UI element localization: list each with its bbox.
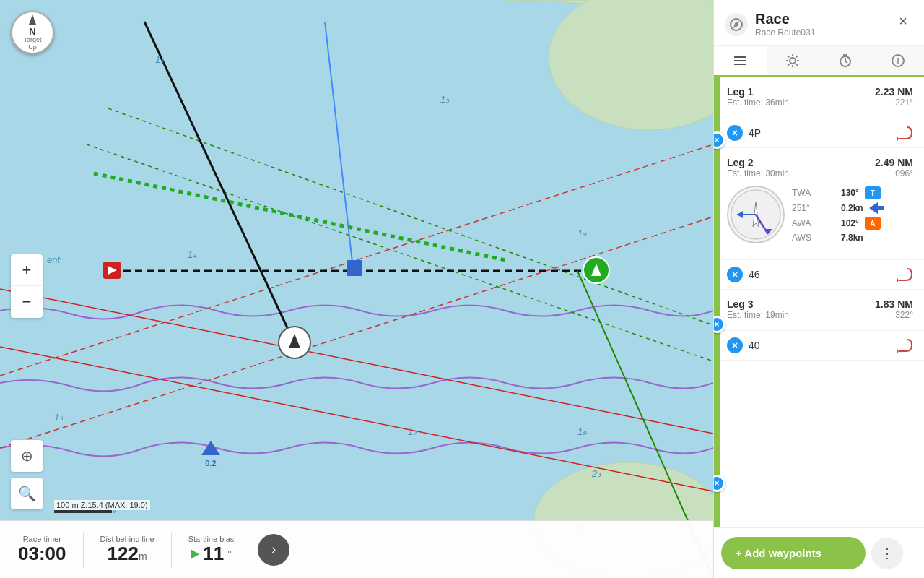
svg-line-9 <box>94 173 505 260</box>
svg-marker-20 <box>201 441 220 455</box>
waypoint-46: × 46 <box>720 260 924 290</box>
map-view[interactable]: ▶ 0.2 1₁ 1₅ 1₄ 1₅ 1₉ 1₉ 1₉ 2₃ 8 1₇ ent N… <box>0 0 713 578</box>
svg-rect-23 <box>734 56 746 58</box>
more-options-button[interactable]: ⋮ <box>871 538 903 569</box>
awa-row: AWA 102° A <box>792 217 884 230</box>
dist-unit: m <box>139 551 147 562</box>
leg-2-dist: 2.49 NM 096° <box>875 157 913 178</box>
side-panel: Race Race Route031 × <box>713 0 924 578</box>
depth-6: 1₉ <box>578 426 586 437</box>
svg-line-4 <box>108 108 713 325</box>
svg-line-10 <box>0 347 713 491</box>
depth-5: 1₉ <box>578 228 586 238</box>
scale-line <box>54 510 112 513</box>
panel-title-text: Race Race Route031 <box>755 11 815 38</box>
tab-settings[interactable] <box>767 46 819 77</box>
timer-tab-icon <box>837 53 853 69</box>
compass-arrow <box>29 14 36 25</box>
svg-point-18 <box>279 327 310 358</box>
panel-subtitle: Race Route031 <box>755 27 815 38</box>
race-timer-stat: Race timer 03:00 <box>7 535 77 564</box>
divider-2 <box>171 532 172 568</box>
svg-line-2 <box>0 144 713 376</box>
svg-line-11 <box>0 289 713 434</box>
wind-rose <box>727 186 785 243</box>
svg-point-26 <box>790 58 796 64</box>
svg-marker-17 <box>591 264 601 276</box>
svg-marker-33 <box>897 137 899 141</box>
compass-target-label: TargetUp <box>23 37 41 51</box>
compass: N TargetUp <box>11 11 54 54</box>
divider-1 <box>83 532 84 568</box>
wind-rose-container: TWA 130° T 251° 0.2kn <box>727 186 913 243</box>
panel-tabs: i <box>714 46 924 77</box>
svg-text:▶: ▶ <box>108 264 117 275</box>
wind-stats: TWA 130° T 251° 0.2kn <box>792 186 884 243</box>
settings-tab-icon <box>785 53 801 69</box>
wp-remove-40-button[interactable]: × <box>727 337 743 353</box>
startline-stat: Startline bias 11 ° <box>178 535 245 564</box>
heading-speed: 0.2kn <box>841 203 863 213</box>
zoom-out-button[interactable]: − <box>11 286 43 318</box>
leg-1-entry: Leg 1 Est. time: 36min 2.23 NM 221° <box>720 77 924 118</box>
awa-label: AWA <box>792 218 835 228</box>
leg-3-dist: 1.83 NM 322° <box>875 298 913 320</box>
search-button[interactable]: 🔍 <box>11 478 43 509</box>
next-button[interactable]: › <box>258 534 289 566</box>
svg-line-3 <box>0 217 713 448</box>
wp-rounding-4p-icon <box>893 124 913 142</box>
svg-text:i: i <box>897 56 899 65</box>
panel-footer: + Add waypoints ⋮ <box>714 527 924 578</box>
leg-1-name: Leg 1 Est. time: 36min <box>727 86 789 108</box>
wp-remove-4p-button[interactable]: × <box>727 125 743 141</box>
depth-8: 2₃ <box>592 468 601 479</box>
heading-row: 251° 0.2kn <box>792 202 884 214</box>
locate-me-button[interactable]: ⊕ <box>11 440 43 472</box>
svg-line-29 <box>845 61 847 63</box>
svg-rect-15 <box>346 260 362 276</box>
svg-point-0 <box>549 0 713 130</box>
dist-number: 122 <box>108 543 139 564</box>
depth-4: 1₅ <box>54 412 63 423</box>
scale-text: 100 m Z:15.4 (MAX: 19.0) <box>54 500 150 510</box>
wp-rounding-46-icon <box>893 266 913 283</box>
svg-rect-24 <box>734 60 746 61</box>
startline-number: 11 <box>203 543 224 564</box>
next-arrow-icon: › <box>271 542 276 557</box>
wp-remove-46-button[interactable]: × <box>727 267 743 282</box>
waypoint-4p: × 4P <box>720 118 924 148</box>
location-buttons: ⊕ 🔍 <box>11 440 43 509</box>
waypoint-40: × 40 <box>720 331 924 361</box>
leg-3-entry: Leg 3 Est. time: 19min 1.83 NM 322° <box>720 290 924 331</box>
depth-10: 1₇ <box>408 426 417 437</box>
aws-row: AWS 7.8kn <box>792 233 884 243</box>
startline-value-container: 11 ° <box>191 543 232 564</box>
svg-rect-13 <box>103 262 121 279</box>
svg-marker-19 <box>289 334 300 348</box>
awa-value: 102° <box>841 218 859 228</box>
zoom-in-button[interactable]: + <box>11 254 43 286</box>
tab-timer[interactable] <box>819 46 872 77</box>
depth-3: 1₄ <box>188 249 196 260</box>
wp-left-4p: × 4P <box>727 125 761 141</box>
heading-arrow-icon <box>869 202 884 214</box>
tab-legs[interactable] <box>714 46 767 77</box>
aws-label: AWS <box>792 233 835 243</box>
dist-value: 122m <box>108 543 147 564</box>
leg-1-dist: 2.23 NM 221° <box>875 86 913 108</box>
leg-3-name: Leg 3 Est. time: 19min <box>727 298 789 320</box>
tab-info[interactable]: i <box>871 46 924 77</box>
zoom-group: + − <box>11 254 43 318</box>
map-zoom-controls: + − <box>11 254 43 324</box>
startline-triangle-icon <box>191 549 199 559</box>
wp-left-40: × 40 <box>727 337 760 353</box>
scale-bar: 100 m Z:15.4 (MAX: 19.0) <box>54 500 150 513</box>
depth-1: 1₁ <box>155 54 164 65</box>
panel-content[interactable]: × × × Leg 1 Est. time: <box>714 77 924 527</box>
twa-label: TWA <box>792 188 835 198</box>
panel-close-button[interactable]: × <box>893 11 913 31</box>
add-waypoints-button[interactable]: + Add waypoints <box>721 537 866 569</box>
depth-ent: ent <box>47 254 60 265</box>
info-tab-icon: i <box>890 53 906 69</box>
svg-line-6 <box>325 22 354 275</box>
